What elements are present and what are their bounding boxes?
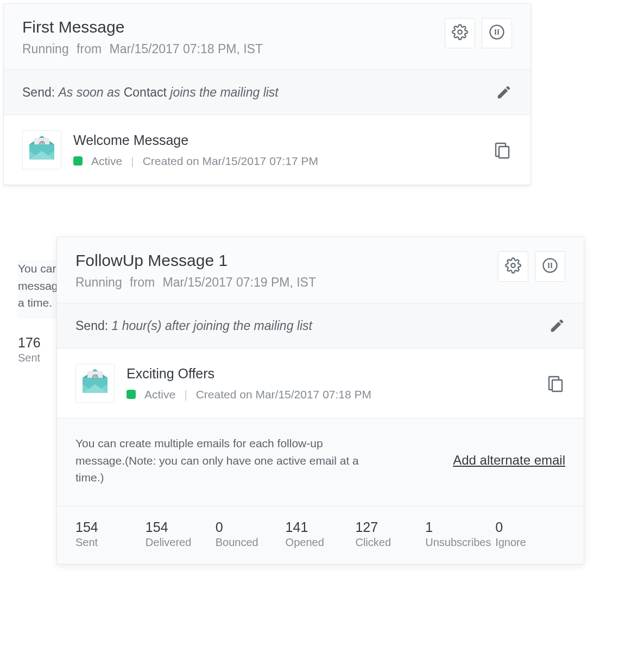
from-label: from [77, 42, 102, 56]
envelope-icon: @ [29, 140, 54, 160]
stat-label: Bounced [216, 536, 286, 549]
from-value: Mar/15/2017 07:19 PM, IST [162, 275, 316, 289]
email-thumbnail: @ [75, 364, 115, 403]
email-created: Created on Mar/15/2017 07:17 PM [143, 155, 318, 168]
stat-label: Unsubscribes [425, 536, 495, 549]
send-condition-row: Send: 1 hour(s) after joining the mailin… [57, 303, 584, 348]
stat-num: 127 [355, 519, 425, 535]
card-title: FollowUp Message 1 [75, 251, 498, 270]
note-text: You can create multiple emails for each … [75, 435, 374, 486]
svg-point-5 [511, 263, 515, 268]
stat-item[interactable]: 154Sent [75, 519, 146, 549]
stat-label: Delivered [146, 536, 216, 549]
stat-item[interactable]: 0Ignore [495, 519, 565, 549]
email-row: @ Exciting Offers Active | Created on Ma… [57, 348, 584, 418]
stat-label: Sent [18, 352, 60, 364]
note-row: You can create multiple emails for each … [57, 418, 584, 506]
send-entity: Contact [124, 85, 167, 99]
edit-button[interactable] [496, 84, 512, 100]
pause-button[interactable] [535, 251, 565, 282]
note-fragment: You car messag a time. [18, 260, 60, 319]
status-dot [127, 390, 136, 399]
svg-rect-4 [499, 147, 509, 158]
email-row: @ Welcome Message Active | Created on Ma… [4, 115, 531, 185]
copy-button[interactable] [493, 140, 512, 160]
stat-num: 176 [18, 335, 60, 351]
stat-item[interactable]: 127Clicked [355, 519, 425, 549]
gear-icon [505, 257, 521, 276]
send-condition-text: Send: 1 hour(s) after joining the mailin… [75, 319, 312, 333]
email-status: Active [144, 388, 175, 401]
message-card-first: First Message Running from Mar/15/2017 0… [3, 3, 531, 186]
card-header: First Message Running from Mar/15/2017 0… [4, 4, 531, 70]
meta-separator: | [131, 155, 134, 168]
send-part1: 1 hour(s) after joining the mailing list [112, 319, 312, 333]
card-subtitle: Running from Mar/15/2017 07:19 PM, IST [75, 275, 498, 290]
stat-item[interactable]: 1Unsubscribes [425, 519, 495, 549]
from-label: from [130, 275, 155, 289]
stat-num: 1 [425, 519, 495, 535]
stat-label: Sent [75, 536, 146, 549]
card-title: First Message [22, 18, 445, 36]
send-part1: As soon as [59, 85, 121, 99]
card-subtitle: Running from Mar/15/2017 07:18 PM, IST [22, 42, 445, 56]
status-text: Running [22, 42, 69, 56]
send-condition-text: Send: As soon as Contact joins the maili… [22, 85, 279, 100]
email-thumbnail: @ [22, 130, 61, 169]
stat-label: Ignore [495, 536, 565, 549]
email-title: Exciting Offers [127, 366, 371, 382]
stat-num: 154 [146, 519, 216, 535]
send-prefix: Send: [22, 85, 55, 99]
stat-label: Clicked [355, 536, 425, 549]
copy-icon [546, 385, 565, 395]
stats-row: 154Sent154Delivered0Bounced141Opened127C… [57, 506, 584, 564]
settings-button[interactable] [445, 18, 475, 48]
email-created: Created on Mar/15/2017 07:18 PM [196, 388, 371, 401]
meta-separator: | [184, 388, 187, 401]
pencil-icon [496, 93, 512, 102]
add-alternate-email-link[interactable]: Add alternate email [453, 453, 565, 468]
svg-rect-9 [552, 380, 562, 391]
envelope-icon: @ [83, 373, 108, 393]
pause-button[interactable] [482, 18, 512, 48]
copy-icon [493, 152, 512, 161]
copy-button[interactable] [546, 373, 565, 393]
stat-num: 154 [75, 519, 146, 535]
card-header: FollowUp Message 1 Running from Mar/15/2… [57, 237, 584, 303]
stat-fragment: 176 Sent [18, 335, 60, 364]
from-value: Mar/15/2017 07:18 PM, IST [109, 42, 263, 56]
email-title: Welcome Message [73, 132, 318, 148]
email-status: Active [91, 155, 122, 168]
stat-num: 0 [495, 519, 565, 535]
send-prefix: Send: [75, 319, 108, 333]
svg-point-6 [544, 259, 557, 272]
stat-label: Opened [286, 536, 356, 549]
stat-num: 0 [216, 519, 286, 535]
pause-icon [489, 24, 505, 42]
stat-num: 141 [286, 519, 356, 535]
stat-item[interactable]: 0Bounced [216, 519, 286, 549]
stat-item[interactable]: 154Delivered [146, 519, 216, 549]
stat-item[interactable]: 141Opened [286, 519, 356, 549]
pencil-icon [549, 326, 565, 335]
status-dot [73, 156, 83, 166]
send-condition-row: Send: As soon as Contact joins the maili… [4, 70, 531, 115]
edit-button[interactable] [549, 318, 565, 334]
message-card-followup: FollowUp Message 1 Running from Mar/15/2… [56, 237, 584, 564]
pause-icon [542, 257, 558, 276]
send-part2: joins the mailing list [170, 85, 278, 99]
settings-button[interactable] [498, 251, 528, 282]
svg-point-1 [490, 26, 504, 39]
status-text: Running [75, 275, 122, 289]
gear-icon [452, 24, 468, 42]
svg-point-0 [458, 30, 462, 34]
